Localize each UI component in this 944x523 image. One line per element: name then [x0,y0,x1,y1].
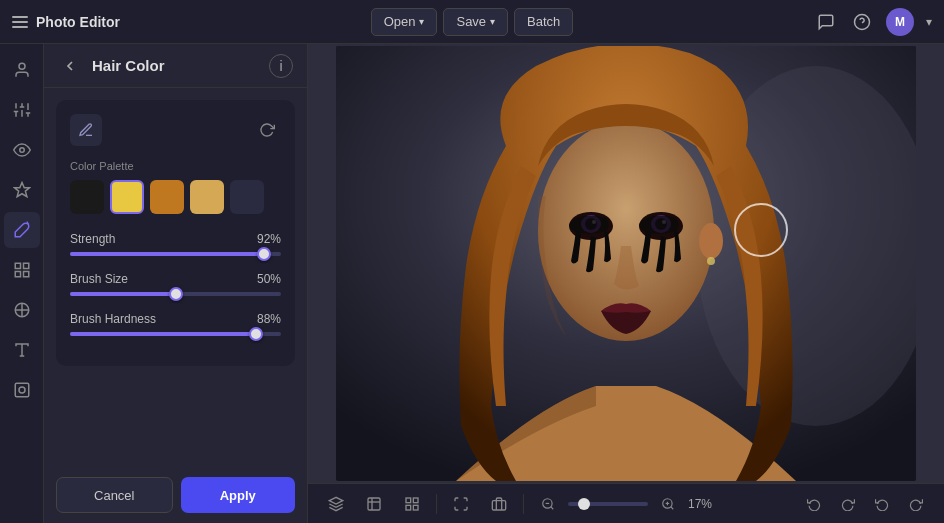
fit-screen-icon[interactable] [447,490,475,518]
bottom-divider-2 [523,494,524,514]
canvas-area: 17% [308,44,944,523]
strength-slider-fill [70,252,264,256]
panel-footer: Cancel Apply [44,467,307,523]
svg-marker-13 [14,183,29,197]
color-swatch-dark[interactable] [230,180,264,214]
avatar-chevron-icon[interactable]: ▾ [926,15,932,29]
svg-point-35 [699,223,723,259]
brush-select-button[interactable] [70,114,102,146]
open-button[interactable]: Open ▾ [371,8,438,36]
undo-icon[interactable] [800,490,828,518]
color-swatch-brown[interactable] [150,180,184,214]
brush-hardness-slider-track[interactable] [70,332,281,336]
strength-slider-section: Strength 92% [70,232,281,256]
message-icon[interactable] [814,10,838,34]
brush-hardness-slider-thumb[interactable] [249,327,263,341]
undo2-icon[interactable] [834,490,862,518]
brush-size-header: Brush Size 50% [70,272,281,286]
redo2-icon[interactable] [902,490,930,518]
color-palette-label: Color Palette [70,160,281,172]
canvas-image [336,46,916,481]
panel: Hair Color i [44,44,308,523]
brush-size-slider-fill [70,292,176,296]
svg-rect-17 [23,272,28,277]
info-button[interactable]: i [269,54,293,78]
strength-label: Strength [70,232,115,246]
main-area: Hair Color i [0,44,944,523]
left-toolbar [0,44,44,523]
zoom-value: 17% [688,497,712,511]
layers-bottom-icon[interactable] [322,490,350,518]
zoom-slider[interactable] [568,502,648,506]
brush-tool-icon[interactable] [4,212,40,248]
avatar[interactable]: M [886,8,914,36]
color-swatch-gold[interactable] [190,180,224,214]
svg-rect-38 [368,498,380,510]
svg-rect-45 [492,500,505,509]
zoom-in-icon[interactable] [654,490,682,518]
open-chevron-icon: ▾ [419,16,424,27]
reset-button[interactable] [253,116,281,144]
header: Photo Editor Open ▾ Save ▾ Batch M ▾ [0,0,944,44]
tune-tool-icon[interactable] [4,92,40,128]
svg-point-12 [19,148,24,153]
header-center: Open ▾ Save ▾ Batch [371,8,574,36]
brush-size-slider-thumb[interactable] [169,287,183,301]
brush-size-slider-track[interactable] [70,292,281,296]
bottom-right-icons [800,490,930,518]
svg-point-2 [19,63,25,69]
svg-marker-37 [329,497,342,504]
zoom-slider-thumb[interactable] [578,498,590,510]
eye-tool-icon[interactable] [4,132,40,168]
stamp-tool-icon[interactable] [4,372,40,408]
brush-hardness-label: Brush Hardness [70,312,156,326]
svg-rect-41 [406,498,411,503]
zoom-controls: 17% [534,490,712,518]
app-title: Photo Editor [36,14,120,30]
hamburger-icon[interactable] [12,16,28,28]
svg-rect-14 [15,263,20,268]
person-tool-icon[interactable] [4,52,40,88]
sparkle-tool-icon[interactable] [4,172,40,208]
card-toolbar [70,114,281,146]
canvas-image-container[interactable] [308,44,944,483]
panel-header: Hair Color i [44,44,307,88]
redo-icon[interactable] [868,490,896,518]
grid-tool-icon[interactable] [4,252,40,288]
svg-point-22 [19,387,25,393]
panel-content: Color Palette Strength 92% [44,88,307,467]
svg-line-50 [671,506,674,509]
svg-rect-16 [15,272,20,277]
brush-hardness-slider-fill [70,332,256,336]
svg-rect-15 [23,263,28,268]
grid-bottom-icon[interactable] [398,490,426,518]
batch-button[interactable]: Batch [514,8,573,36]
header-left: Photo Editor [12,14,371,30]
apply-button[interactable]: Apply [181,477,296,513]
zoom-out-icon[interactable] [534,490,562,518]
color-swatch-yellow[interactable] [110,180,144,214]
svg-line-47 [551,506,554,509]
brush-size-slider-section: Brush Size 50% [70,272,281,296]
brush-size-label: Brush Size [70,272,128,286]
back-button[interactable] [58,54,82,78]
svg-rect-21 [15,383,29,397]
svg-rect-43 [406,505,411,510]
save-button[interactable]: Save ▾ [443,8,508,36]
help-icon[interactable] [850,10,874,34]
svg-rect-42 [413,498,418,503]
crop-bottom-icon[interactable] [360,490,388,518]
strength-slider-track[interactable] [70,252,281,256]
panel-card: Color Palette Strength 92% [56,100,295,366]
cancel-button[interactable]: Cancel [56,477,173,513]
color-swatch-black[interactable] [70,180,104,214]
strength-header: Strength 92% [70,232,281,246]
brush-hardness-header: Brush Hardness 88% [70,312,281,326]
svg-point-36 [707,257,715,265]
filter-tool-icon[interactable] [4,292,40,328]
aspect-ratio-icon[interactable] [485,490,513,518]
text-tool-icon[interactable] [4,332,40,368]
color-swatches [70,180,281,214]
canvas-bottom-bar: 17% [308,483,944,523]
strength-slider-thumb[interactable] [257,247,271,261]
